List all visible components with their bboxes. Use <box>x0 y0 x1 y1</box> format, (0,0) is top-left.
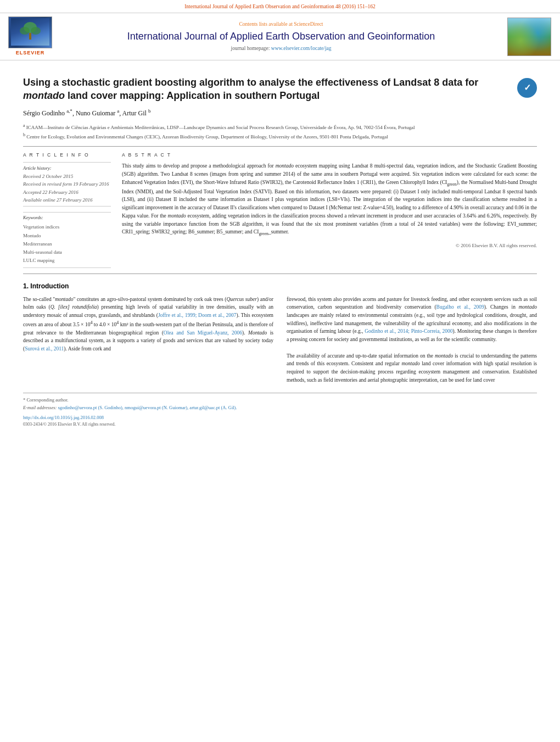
footnote-section: * Corresponding author. E-mail addresses… <box>23 393 537 428</box>
ref-olea[interactable]: Olea and San Miguel-Ayanz, 2006 <box>164 330 242 336</box>
email-label: E-mail addresses: <box>23 405 57 410</box>
abstract-text: This study aims to develop and propose a… <box>122 162 537 237</box>
elsevier-logo-left: ELSEVIER <box>5 16 55 57</box>
journal-homepage: journal homepage: www.elsevier.com/locat… <box>60 45 502 52</box>
article-info-heading: A R T I C L E I N F O <box>23 152 111 159</box>
doi-url[interactable]: http://dx.doi.org/10.1016/j.jag.2016.02.… <box>23 415 104 420</box>
crossmark-icon: ✓ <box>524 82 531 94</box>
issn-text: 0303-2434/© 2016 Elsevier B.V. All right… <box>23 421 537 428</box>
article-info-column: A R T I C L E I N F O Article history: R… <box>23 152 111 267</box>
svg-rect-3 <box>29 33 31 40</box>
history-label: Article history: <box>23 165 111 172</box>
revised-date: Received in revised form 19 February 201… <box>23 180 111 188</box>
intro-title: Introduction <box>30 282 69 290</box>
article-info-block: Article history: Received 2 October 2015… <box>23 162 111 207</box>
body-content: 1. Introduction The so-called "montado" … <box>23 282 537 384</box>
journal-cover-image <box>507 18 551 56</box>
accepted-date: Accepted 22 February 2016 <box>23 188 111 196</box>
ref-joffre[interactable]: Joffre et al., 1999; Doom et al., 2007 <box>158 313 237 318</box>
sciencedirect-prefix: Contents lists available at <box>239 21 294 27</box>
crossmark-badge: ✓ <box>517 78 537 98</box>
ref-surova[interactable]: Surová et al., 2011 <box>25 346 64 352</box>
intro-two-col: The so-called "montado" constitutes an a… <box>23 295 537 384</box>
received-date: Received 2 October 2015 <box>23 172 111 180</box>
abstract-heading: A B S T R A C T <box>122 152 537 159</box>
journal-reference-text: International Journal of Applied Earth O… <box>184 4 376 9</box>
main-content: Using a stochastic gradient boosting alg… <box>0 60 560 434</box>
available-date: Available online 27 February 2016 <box>23 196 111 204</box>
affiliations-block: a ICAAM—Instituto de Ciências Agrárias e… <box>23 122 537 141</box>
keyword-3: Mediterranean <box>23 240 111 248</box>
abstract-column: A B S T R A C T This study aims to devel… <box>122 152 537 267</box>
elsevier-tree-icon <box>16 21 44 43</box>
svg-point-1 <box>20 27 30 35</box>
intro-col1: The so-called "montado" constitutes an a… <box>23 295 273 384</box>
intro-col2: firewood, this system also provides acor… <box>287 295 537 384</box>
email-links[interactable]: sgodinho@uevora.pt (S. Godinho), nmogui@… <box>58 405 237 410</box>
sciencedirect-label: ScienceDirect <box>294 21 323 27</box>
article-title: Using a stochastic gradient boosting alg… <box>23 76 517 103</box>
keyword-2: Montado <box>23 232 111 240</box>
keyword-1: Vegetation indices <box>23 223 111 231</box>
divider <box>23 146 537 147</box>
doi-link[interactable]: http://dx.doi.org/10.1016/j.jag.2016.02.… <box>23 414 537 422</box>
intro-heading: 1. Introduction <box>23 282 537 291</box>
keyword-4: Multi-seasonal data <box>23 248 111 256</box>
journal-header: ELSEVIER Contents lists available at Sci… <box>0 13 560 60</box>
keywords-list: Vegetation indices Montado Mediterranean… <box>23 223 111 265</box>
elsevier-label: ELSEVIER <box>16 49 45 57</box>
authors-line: Sérgio Godinho a,*, Nuno Guiomar a, Artu… <box>23 108 537 118</box>
email-note: E-mail addresses: sgodinho@uevora.pt (S.… <box>23 404 537 412</box>
sciencedirect-link: Contents lists available at ScienceDirec… <box>60 21 502 28</box>
homepage-url[interactable]: www.elsevier.com/locate/jag <box>271 46 332 51</box>
ref-bugalho[interactable]: Bugalho et al., 2009 <box>436 304 484 310</box>
body-divider <box>23 274 537 274</box>
ref-godinho[interactable]: Godinho et al., 2014; Pinto-Correia, 200… <box>365 328 452 334</box>
affiliation-a: a ICAAM—Instituto de Ciências Agrárias e… <box>23 122 537 132</box>
elsevier-image <box>8 16 52 48</box>
cover-image-visual <box>508 18 551 55</box>
article-info-abstract: A R T I C L E I N F O Article history: R… <box>23 152 537 267</box>
affiliation-b: b Centre for Ecology, Evolution and Envi… <box>23 132 537 141</box>
keyword-5: LULC mapping <box>23 256 111 265</box>
article-title-section: Using a stochastic gradient boosting alg… <box>23 76 537 103</box>
svg-point-2 <box>31 27 41 35</box>
intro-number: 1. <box>23 282 29 290</box>
homepage-prefix: journal homepage: <box>231 46 271 51</box>
journal-reference-bar: International Journal of Applied Earth O… <box>0 0 560 13</box>
keywords-block: Keywords: Vegetation indices Montado Med… <box>23 212 111 267</box>
corresponding-note: * Corresponding author. <box>23 397 537 404</box>
journal-title: International Journal of Applied Earth O… <box>60 30 502 43</box>
journal-title-block: Contents lists available at ScienceDirec… <box>55 21 507 52</box>
abstract-copyright: © 2016 Elsevier B.V. All rights reserved… <box>122 242 537 249</box>
keywords-heading: Keywords: <box>23 215 111 221</box>
